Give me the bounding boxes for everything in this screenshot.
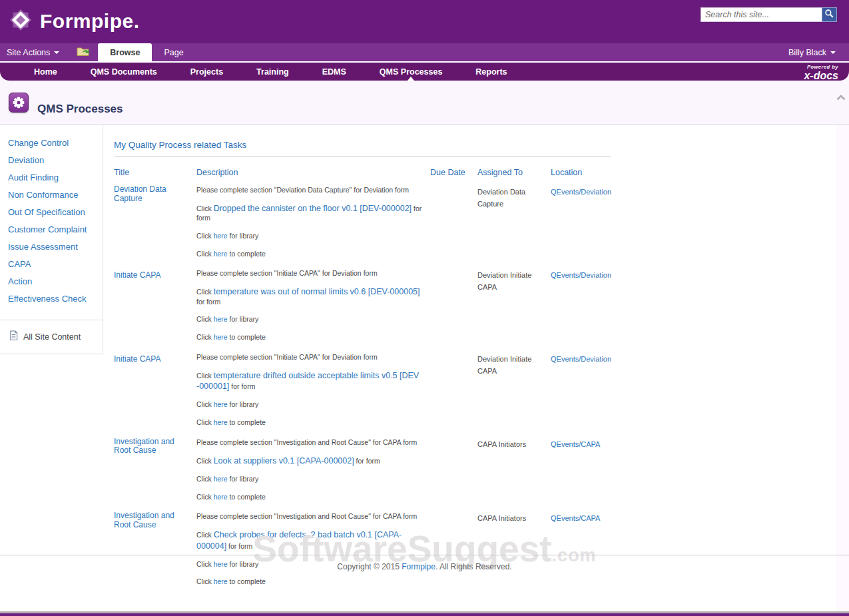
search-button[interactable] <box>822 7 837 22</box>
for-library-label: for library <box>230 475 259 483</box>
nav-item-training[interactable]: Training <box>240 63 306 81</box>
form-link[interactable]: Check probes for defects, ? bad batch v0… <box>196 530 402 550</box>
complete-here-link[interactable]: here <box>214 577 228 585</box>
for-form-label: for form <box>228 542 252 550</box>
click-label: Click <box>196 493 212 501</box>
scroll-to-top-button[interactable] <box>836 91 846 103</box>
site-actions-label: Site Actions <box>7 48 50 57</box>
location-link[interactable]: QEvents/CAPA <box>551 514 600 522</box>
nav-item-edms[interactable]: EDMS <box>306 63 363 81</box>
click-label: Click <box>196 333 212 341</box>
page-title: QMS Processes <box>37 103 123 116</box>
all-site-content-label: All Site Content <box>23 332 81 342</box>
search-input[interactable] <box>701 7 822 22</box>
powered-by-xdocs-logo[interactable]: Powered by x-docs <box>804 65 838 81</box>
complete-line: Click here to complete <box>196 250 424 259</box>
task-form-line: Click temperature was out of normal limi… <box>196 286 424 306</box>
column-location[interactable]: Location <box>551 168 611 185</box>
to-complete-label: to complete <box>230 250 266 258</box>
nav-item-home[interactable]: Home <box>17 63 74 81</box>
location-link[interactable]: QEvents/CAPA <box>551 440 600 448</box>
sidebar: Change Control Deviation Audit Finding N… <box>0 125 103 354</box>
location-link[interactable]: QEvents/Deviation <box>551 271 611 279</box>
complete-line: Click here to complete <box>196 577 424 587</box>
assigned-to-value: Deviation Initiate CAPA <box>477 271 531 291</box>
chevron-down-icon <box>54 51 59 54</box>
complete-here-link[interactable]: here <box>214 493 228 501</box>
tasks-table: Title Description Due Date Assigned To L… <box>114 168 611 597</box>
tab-page-label: Page <box>164 48 183 57</box>
library-line: Click here for library <box>196 400 424 410</box>
brand-name: Formpipe. <box>40 10 140 33</box>
site-search <box>701 7 837 22</box>
nav-item-reports[interactable]: Reports <box>459 63 523 81</box>
column-assigned-to[interactable]: Assigned To <box>477 168 551 185</box>
complete-here-link[interactable]: here <box>214 333 228 341</box>
heading-divider <box>114 156 611 156</box>
formpipe-logo[interactable]: Formpipe. <box>8 7 140 35</box>
sidebar-item-deviation[interactable]: Deviation <box>8 152 103 169</box>
task-title-link[interactable]: Investigation and Root Cause <box>114 511 190 530</box>
main-content: My Quality Process related Tasks Title D… <box>114 125 611 597</box>
task-form-line: Click Check probes for defects, ? bad ba… <box>196 529 424 551</box>
assigned-to-value: CAPA Initiators <box>477 440 526 448</box>
task-title-link[interactable]: Initiate CAPA <box>114 271 160 280</box>
click-label: Click <box>196 250 212 258</box>
main-navbar: Home QMS Documents Projects Training EDM… <box>0 63 849 81</box>
user-menu[interactable]: Billy Black <box>788 43 836 61</box>
nav-item-qms-documents[interactable]: QMS Documents <box>74 63 174 81</box>
site-actions-menu[interactable]: Site Actions <box>0 43 69 61</box>
sidebar-item-issue-assessment[interactable]: Issue Assessment <box>8 238 103 256</box>
sidebar-item-effectiveness-check[interactable]: Effectiveness Check <box>8 290 103 308</box>
top-header: Formpipe. <box>0 0 849 43</box>
table-row: Deviation Data Capture Please complete s… <box>114 185 611 268</box>
to-complete-label: to complete <box>230 333 266 341</box>
sidebar-item-action[interactable]: Action <box>8 273 103 290</box>
footer-divider <box>0 555 849 555</box>
sidebar-item-out-of-specification[interactable]: Out Of Specification <box>8 204 103 221</box>
column-title[interactable]: Title <box>114 168 196 185</box>
location-link[interactable]: QEvents/Deviation <box>551 355 611 363</box>
task-description: Please complete section "Deviation Data … <box>196 186 424 194</box>
sidebar-item-change-control[interactable]: Change Control <box>8 135 103 152</box>
table-row: Investigation and Root Cause Please comp… <box>114 438 611 512</box>
sidebar-item-non-conformance[interactable]: Non Conformance <box>8 186 103 204</box>
task-title-link[interactable]: Deviation Data Capture <box>114 185 190 204</box>
bottom-purple-strip <box>0 613 849 616</box>
sidebar-item-audit-finding[interactable]: Audit Finding <box>8 169 103 186</box>
form-link[interactable]: tempterature drifted outside acceptable … <box>196 371 419 391</box>
task-description: Please complete section "Initiate CAPA" … <box>196 269 424 278</box>
nav-item-projects[interactable]: Projects <box>174 63 240 81</box>
nav-item-qms-processes[interactable]: QMS Processes <box>363 63 459 81</box>
column-description[interactable]: Description <box>196 168 430 185</box>
click-label: Click <box>196 531 212 539</box>
column-due-date[interactable]: Due Date <box>430 168 477 185</box>
click-label: Click <box>196 288 212 296</box>
task-title-link[interactable]: Investigation and Root Cause <box>114 438 190 456</box>
library-here-link[interactable]: here <box>214 475 228 483</box>
library-here-link[interactable]: here <box>214 232 228 240</box>
complete-here-link[interactable]: here <box>214 418 228 426</box>
library-here-link[interactable]: here <box>214 315 228 323</box>
tab-browse[interactable]: Browse <box>98 43 152 61</box>
click-label: Click <box>196 204 212 212</box>
search-icon <box>824 9 834 21</box>
powered-by-text: Powered by <box>804 65 838 70</box>
all-site-content-link[interactable]: All Site Content <box>0 320 103 354</box>
task-title-link[interactable]: Initiate CAPA <box>114 355 160 364</box>
copyright-text: Copyright © 2015 Formpipe. All Rights Re… <box>0 562 849 571</box>
form-link[interactable]: temperature was out of normal limits v0.… <box>214 287 420 296</box>
for-form-label: for form <box>196 298 220 306</box>
navigate-up-button[interactable] <box>69 43 98 61</box>
sidebar-item-customer-complaint[interactable]: Customer Complaint <box>8 221 103 238</box>
ribbon-separator <box>0 61 849 63</box>
form-link[interactable]: Look at suppliers v0.1 [CAPA-000002] <box>214 456 354 465</box>
table-row: Initiate CAPA Please complete section "I… <box>114 268 611 352</box>
sidebar-item-capa[interactable]: CAPA <box>8 256 103 273</box>
formpipe-footer-link[interactable]: Formpipe. <box>402 562 437 571</box>
tab-page[interactable]: Page <box>152 43 195 61</box>
location-link[interactable]: QEvents/Deviation <box>551 188 611 196</box>
form-link[interactable]: Dropped the cannister on the floor v0.1 … <box>214 204 412 213</box>
complete-here-link[interactable]: here <box>214 250 228 258</box>
library-here-link[interactable]: here <box>214 400 228 408</box>
